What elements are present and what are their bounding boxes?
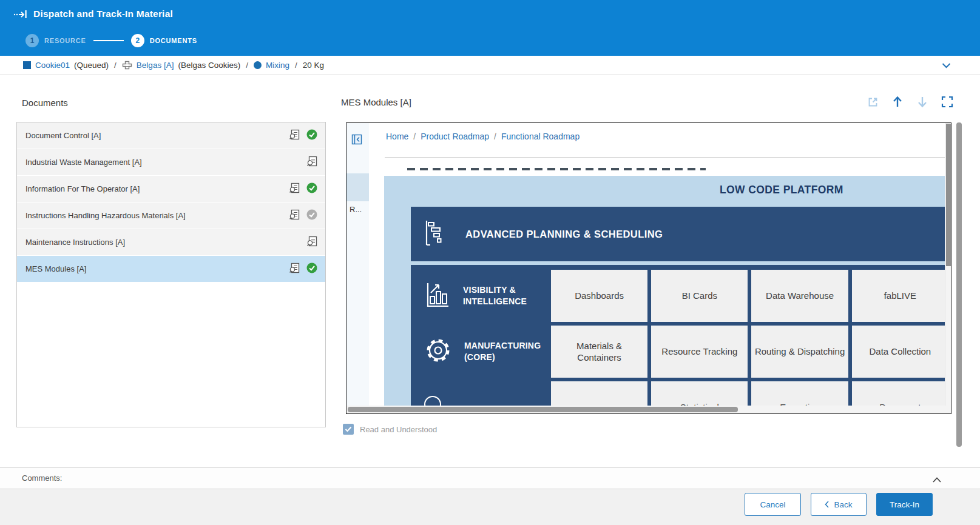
document-label: Document Control [A] (25, 131, 101, 140)
module-cell: Dashboards (551, 270, 647, 322)
context-separator: / (114, 61, 117, 70)
documents-list: Document Control [A] Industrial Waste Ma… (16, 122, 326, 427)
module-row-manufacturing: MANUFACTURING (CORE) Materials & Contain… (411, 326, 951, 378)
context-collapse-chevron-icon[interactable] (942, 61, 951, 70)
document-breadcrumb: Home / Product Roadmap / Functional Road… (386, 132, 580, 141)
document-label: Information For The Operator [A] (25, 184, 140, 193)
module-cell: Materials & Containers (551, 326, 647, 378)
read-understood-row: Read and Understood (343, 424, 437, 435)
document-label: Industrial Waste Management [A] (25, 158, 142, 167)
back-button-label: Back (834, 500, 852, 509)
breadcrumb-separator: / (413, 132, 416, 141)
module-row-label: VISIBILITY & INTELLIGENCE (463, 284, 544, 307)
next-document-arrow-down-icon[interactable] (916, 96, 928, 108)
clipped-text-line (407, 168, 706, 170)
aps-label: ADVANCED PLANNING & SCHEDULING (465, 229, 663, 240)
material-icon (23, 61, 31, 69)
module-cell: BI Cards (651, 270, 748, 322)
resource-description: (Belgas Cookies) (178, 61, 240, 70)
viewer-horizontal-scrollbar[interactable] (346, 406, 946, 413)
mes-modules-diagram: LOW CODE PLATFORM ADVANCED PLANNING & SC… (384, 176, 951, 414)
document-preview-icon[interactable] (289, 262, 300, 276)
open-in-new-window-icon[interactable] (867, 96, 879, 108)
context-separator: / (295, 61, 297, 70)
low-code-platform-label: LOW CODE PLATFORM (720, 184, 843, 196)
read-understood-label: Read and Understood (360, 425, 437, 434)
module-row-label: MANUFACTURING (CORE) (464, 340, 546, 363)
footer-bar: Cancel Back Track-In (0, 489, 980, 525)
document-row[interactable]: Industrial Waste Management [A] (17, 149, 325, 176)
viewer-vertical-scrollbar-thumb[interactable] (946, 124, 951, 266)
fullscreen-icon[interactable] (941, 96, 953, 108)
context-separator: / (246, 61, 248, 70)
document-row[interactable]: Document Control [A] (17, 122, 325, 149)
divider (385, 157, 946, 158)
sidebar-thumbnail-block[interactable] (346, 173, 369, 201)
resource-icon (122, 61, 132, 70)
document-row[interactable]: Information For The Operator [A] (17, 176, 325, 202)
sidebar-collapse-icon[interactable] (351, 133, 363, 145)
gantt-chart-icon (424, 219, 450, 249)
read-status-check-disabled-icon (306, 209, 317, 222)
quantity-value: 20 Kg (303, 61, 324, 70)
viewer-vertical-scrollbar[interactable] (945, 123, 951, 413)
comments-collapse-chevron-icon[interactable] (933, 474, 941, 485)
resource-link[interactable]: Belgas [A] (137, 61, 174, 70)
previous-document-arrow-up-icon[interactable] (891, 96, 904, 108)
document-label: Maintenance Instructions [A] (25, 238, 125, 247)
bar-chart-arrow-icon (424, 281, 451, 311)
module-cell: Data Warehouse (751, 270, 848, 322)
track-in-button[interactable]: Track-In (876, 493, 933, 516)
document-row[interactable]: Instructions Handling Hazardous Material… (17, 202, 325, 229)
step-1-label: RESOURCE (44, 37, 86, 44)
read-status-check-icon (306, 129, 317, 142)
document-label: MES Modules [A] (25, 264, 86, 273)
step-connector (93, 40, 124, 41)
document-preview-icon[interactable] (289, 209, 300, 222)
back-chevron-icon (825, 501, 829, 508)
document-viewer: R... Home / Product Roadmap / Functional… (346, 122, 951, 414)
viewer-title: MES Modules [A] (341, 97, 411, 107)
cancel-button[interactable]: Cancel (745, 493, 801, 516)
read-status-check-icon (306, 182, 317, 196)
context-breadcrumb-bar: Cookie01 (Queued) / Belgas [A] (Belgas C… (0, 56, 980, 75)
track-in-icon (13, 7, 28, 21)
breadcrumb-home-link[interactable]: Home (386, 132, 408, 141)
operation-link[interactable]: Mixing (266, 61, 289, 70)
operation-icon (254, 61, 262, 69)
panel-vertical-scrollbar[interactable] (956, 122, 962, 447)
module-cell: Resource Tracking (651, 326, 748, 378)
comments-section[interactable]: Comments: (0, 467, 980, 489)
document-preview-icon[interactable] (289, 182, 300, 196)
step-documents[interactable]: 2 DOCUMENTS (131, 34, 197, 47)
dispatch-track-in-dialog: Dispatch and Track-In Material 1 RESOURC… (0, 0, 980, 525)
viewer-sidebar: R... (346, 123, 369, 413)
document-row[interactable]: Maintenance Instructions [A] (17, 229, 325, 256)
comments-label: Comments: (22, 473, 62, 483)
page-title: Dispatch and Track-In Material (33, 8, 173, 19)
back-button[interactable]: Back (811, 493, 867, 516)
read-understood-checkbox[interactable] (343, 424, 354, 435)
step-resource[interactable]: 1 RESOURCE (25, 34, 86, 47)
panel-vertical-scrollbar-thumb[interactable] (956, 122, 962, 447)
viewer-horizontal-scrollbar-thumb[interactable] (348, 407, 738, 412)
document-row-selected[interactable]: MES Modules [A] (17, 256, 325, 283)
aps-band: ADVANCED PLANNING & SCHEDULING (411, 207, 951, 261)
app-header: Dispatch and Track-In Material 1 RESOURC… (0, 0, 980, 56)
document-preview-icon[interactable] (289, 129, 300, 142)
sidebar-truncated-label: R... (350, 205, 362, 214)
breadcrumb-functional-roadmap-link[interactable]: Functional Roadmap (501, 132, 580, 141)
modules-grid: VISIBILITY & INTELLIGENCE Dashboards BI … (411, 265, 951, 414)
step-1-circle: 1 (25, 34, 39, 47)
document-preview-icon[interactable] (306, 156, 317, 169)
breadcrumb-product-roadmap-link[interactable]: Product Roadmap (421, 132, 489, 141)
document-preview-icon[interactable] (306, 236, 317, 249)
module-cell: Routing & Dispatching (751, 326, 848, 378)
wizard-stepper: 1 RESOURCE 2 DOCUMENTS (25, 34, 197, 47)
material-state: (Queued) (74, 61, 109, 70)
viewer-toolbar (867, 96, 953, 108)
document-label: Instructions Handling Hazardous Material… (25, 211, 186, 220)
read-status-check-icon (306, 262, 317, 276)
material-link[interactable]: Cookie01 (35, 61, 70, 70)
step-2-circle: 2 (131, 34, 144, 47)
